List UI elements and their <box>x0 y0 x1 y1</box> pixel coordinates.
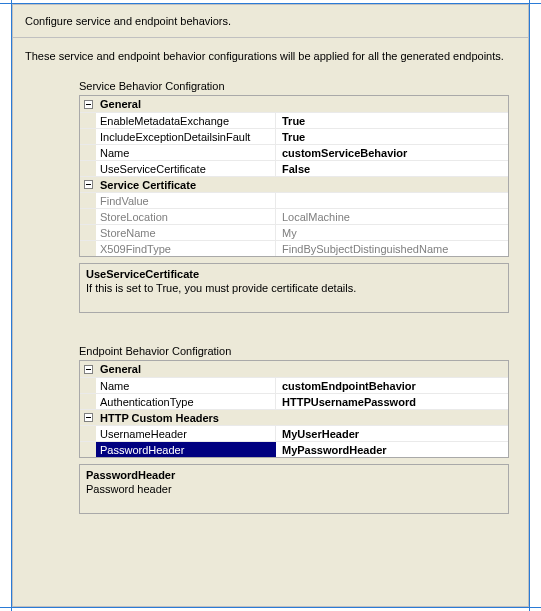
category-general[interactable]: General <box>80 96 508 112</box>
category-general[interactable]: General <box>80 361 508 377</box>
collapse-icon[interactable] <box>80 96 96 112</box>
header-text: Configure service and endpoint behaviors… <box>25 15 231 27</box>
config-panel: Configure service and endpoint behaviors… <box>12 4 529 607</box>
category-http-custom-headers[interactable]: HTTP Custom Headers <box>80 409 508 425</box>
prop-endpoint-name[interactable]: Name customEndpointBehavior <box>80 377 508 393</box>
prop-authentication-type[interactable]: AuthenticationType HTTPUsernamePassword <box>80 393 508 409</box>
prop-store-name: StoreName My <box>80 224 508 240</box>
endpoint-description-panel: PasswordHeader Password header <box>79 464 509 514</box>
prop-include-exception-details[interactable]: IncludeExceptionDetailsinFault True <box>80 128 508 144</box>
prop-username-header[interactable]: UsernameHeader MyUserHeader <box>80 425 508 441</box>
prop-name[interactable]: Name customServiceBehavior <box>80 144 508 160</box>
endpoint-section-title: Endpoint Behavior Configration <box>79 345 513 357</box>
endpoint-property-grid[interactable]: General Name customEndpointBehavior Auth… <box>79 360 509 458</box>
prop-use-service-certificate[interactable]: UseServiceCertificate False <box>80 160 508 176</box>
category-service-certificate[interactable]: Service Certificate <box>80 176 508 192</box>
collapse-icon[interactable] <box>80 410 96 425</box>
collapse-icon[interactable] <box>80 361 96 377</box>
desc-title: UseServiceCertificate <box>86 268 502 280</box>
service-property-grid[interactable]: General EnableMetadataExchange True Incl… <box>79 95 509 257</box>
service-description-panel: UseServiceCertificate If this is set to … <box>79 263 509 313</box>
desc-body: Password header <box>86 483 502 495</box>
desc-body: If this is set to True, you must provide… <box>86 282 502 294</box>
service-section-title: Service Behavior Configration <box>79 80 513 92</box>
collapse-icon[interactable] <box>80 177 96 192</box>
prop-store-location: StoreLocation LocalMachine <box>80 208 508 224</box>
prop-find-value: FindValue <box>80 192 508 208</box>
intro-text: These service and endpoint behavior conf… <box>25 50 516 62</box>
prop-x509-find-type: X509FindType FindBySubjectDistinguishedN… <box>80 240 508 256</box>
desc-title: PasswordHeader <box>86 469 502 481</box>
prop-enable-metadata-exchange[interactable]: EnableMetadataExchange True <box>80 112 508 128</box>
panel-header: Configure service and endpoint behaviors… <box>13 5 528 38</box>
prop-password-header[interactable]: PasswordHeader MyPasswordHeader <box>80 441 508 457</box>
